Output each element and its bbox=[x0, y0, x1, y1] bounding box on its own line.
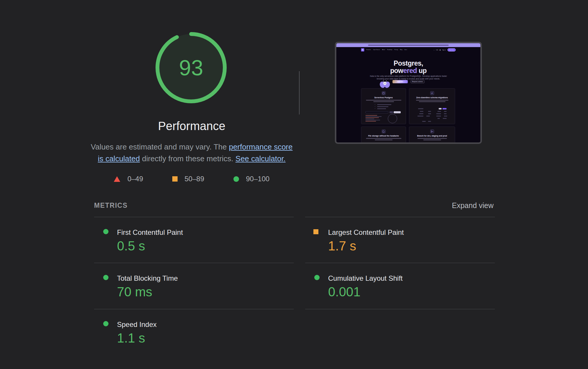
good-circle-icon bbox=[103, 229, 108, 234]
table-cell-bar bbox=[437, 111, 441, 112]
lighthouse-performance-report: 93 Performance Values are estimated and … bbox=[0, 0, 588, 369]
metric-name: First Contentful Paint bbox=[117, 228, 183, 237]
metrics-section-title: METRICS bbox=[94, 202, 128, 210]
score-calculation-link[interactable]: performance score bbox=[229, 142, 293, 151]
nav-cta-button: Start free bbox=[447, 48, 456, 51]
thumb-nav-item: Open Source bbox=[373, 49, 380, 50]
mini-chip bbox=[442, 108, 447, 109]
blurred-text-line bbox=[366, 138, 401, 139]
request-demo-button: Request a demo bbox=[410, 80, 425, 83]
branch-icon bbox=[430, 129, 434, 133]
thumb-nav-item: Blog bbox=[400, 49, 402, 50]
good-circle-icon bbox=[314, 275, 320, 280]
blurred-text-line bbox=[366, 100, 401, 101]
good-circle-icon bbox=[103, 321, 108, 326]
table-cell-bar bbox=[428, 121, 431, 122]
mini-chip bbox=[439, 108, 442, 109]
blurred-text-line bbox=[377, 104, 391, 105]
page-title: Performance bbox=[74, 119, 309, 133]
metric-name: Largest Contentful Paint bbox=[328, 228, 404, 237]
metric-total-blocking-time: Total Blocking Time 70 ms bbox=[94, 263, 294, 308]
average-square-icon bbox=[313, 229, 318, 234]
announcement-banner bbox=[336, 43, 480, 47]
thumb-nav-item: Docs bbox=[404, 49, 407, 50]
average-square-icon bbox=[172, 176, 178, 182]
card-title: Branch for dev, staging and prod bbox=[409, 135, 455, 137]
performance-score-value: 93 bbox=[156, 32, 227, 103]
mini-search-input bbox=[365, 111, 388, 113]
blurred-text-line bbox=[417, 138, 447, 139]
thumb-nav-item: Roadmap bbox=[387, 49, 392, 50]
legend-range-good: 90–100 bbox=[233, 175, 270, 183]
card-title: File storage without the headache bbox=[361, 135, 406, 137]
thumb-nav-item: About bbox=[382, 49, 385, 50]
table-cell-bar bbox=[426, 116, 430, 117]
blurred-text-line bbox=[377, 108, 386, 109]
table-cell-bar bbox=[420, 111, 423, 112]
expand-view-button[interactable]: Expand view bbox=[452, 201, 494, 210]
table-cell-bar bbox=[436, 116, 441, 117]
check-icon: ✓ bbox=[375, 108, 375, 109]
github-stars-count: 3.4k bbox=[436, 49, 438, 51]
sign-in-link: Sign in bbox=[442, 49, 446, 51]
expand-view-clip: Expand view bbox=[452, 201, 495, 211]
hero-subtitle-line2: knowing your data layer is ready to evol… bbox=[336, 78, 480, 80]
search-icon bbox=[440, 49, 441, 51]
table-cell-bar bbox=[428, 111, 431, 112]
metric-cumulative-layout-shift: Cumulative Layout Shift 0.001 bbox=[305, 263, 495, 308]
code-line bbox=[365, 120, 380, 120]
divider bbox=[305, 309, 495, 309]
table-cell-bar bbox=[418, 108, 423, 109]
metric-value: 1.1 s bbox=[117, 331, 145, 345]
feature-card-schema-migrations: Zero-downtime schema migrations bbox=[409, 88, 455, 124]
table-cell-bar bbox=[444, 113, 447, 114]
xata-logo: X bbox=[361, 48, 364, 51]
score-calculation-link-2[interactable]: is calculated bbox=[98, 154, 140, 163]
blurred-text-line bbox=[377, 106, 388, 107]
good-circle-icon bbox=[103, 275, 108, 280]
mini-chip bbox=[394, 111, 401, 113]
blurred-text-line bbox=[419, 101, 445, 102]
metric-value: 0.001 bbox=[328, 285, 360, 299]
mini-chip bbox=[390, 111, 393, 113]
butterfly-mascot-icon bbox=[379, 80, 390, 89]
file-icon bbox=[382, 129, 385, 133]
metric-value: 0.5 s bbox=[117, 239, 145, 253]
blurred-text-line bbox=[373, 101, 394, 102]
hero-subtitle-line1: Xata is the only serverless data platfor… bbox=[336, 75, 480, 77]
code-line bbox=[365, 121, 376, 122]
elephant-doodle bbox=[388, 114, 397, 123]
hero-title-line2: powered up bbox=[336, 67, 480, 75]
good-circle-icon bbox=[233, 176, 239, 182]
poor-triangle-icon bbox=[114, 176, 120, 182]
blurred-text-line bbox=[423, 139, 441, 140]
metric-value: 1.7 s bbox=[328, 239, 356, 253]
start-free-button: Start free bbox=[392, 80, 408, 83]
check-icon: ✓ bbox=[375, 106, 375, 107]
card-title: Serverless Postgres bbox=[361, 97, 406, 99]
table-cell-bar bbox=[443, 118, 447, 119]
see-calculator-link[interactable]: See calculator. bbox=[235, 154, 286, 163]
thumb-nav-menu: Features Open Source About Roadmap Prici… bbox=[366, 49, 425, 50]
card-title: Zero-downtime schema migrations bbox=[409, 97, 455, 99]
code-line bbox=[365, 117, 379, 118]
code-line bbox=[365, 116, 382, 117]
metric-first-contentful-paint: First Contentful Paint 0.5 s bbox=[94, 217, 294, 262]
metric-name: Total Blocking Time bbox=[117, 274, 178, 282]
table-cell-bar bbox=[444, 116, 447, 117]
table-cell-bar bbox=[444, 111, 447, 112]
table-cell-bar bbox=[436, 113, 441, 114]
table-cell-bar bbox=[422, 121, 426, 122]
score-description-line2: is calculated directly from these metric… bbox=[74, 153, 309, 164]
table-cell-bar bbox=[417, 116, 423, 117]
page-screenshot-thumbnail[interactable]: X Features Open Source About Roadmap Pri… bbox=[335, 42, 482, 144]
migrate-arrows-icon bbox=[430, 91, 434, 95]
legend-range-average: 50–89 bbox=[172, 175, 204, 183]
score-description: Values are estimated and may vary. The p… bbox=[74, 141, 309, 164]
hero-title-line1: Postgres, bbox=[336, 59, 480, 67]
legend-range-poor: 0–49 bbox=[114, 175, 143, 183]
blurred-text-line bbox=[375, 139, 392, 140]
feature-card-file-storage: File storage without the headache bbox=[361, 127, 406, 144]
column-separator bbox=[299, 71, 300, 114]
table-cell-bar bbox=[428, 113, 431, 114]
